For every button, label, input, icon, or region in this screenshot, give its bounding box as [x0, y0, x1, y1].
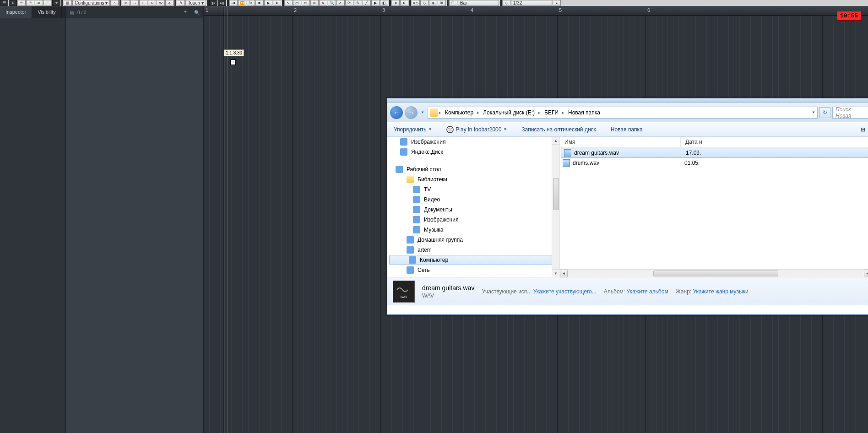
chevron-right-icon[interactable]: ▸ [562, 110, 564, 115]
undo-icon[interactable]: ↶ [17, 0, 26, 6]
tree-item[interactable]: Домашняя группа [387, 235, 559, 245]
color-tool-icon[interactable]: ◧ [380, 0, 388, 6]
tree-item[interactable]: artem [387, 245, 559, 255]
tree-item[interactable]: Музыка [387, 225, 559, 235]
record-icon[interactable]: ● [273, 0, 281, 6]
tree-item[interactable]: Изображения [387, 137, 559, 147]
tree-item[interactable]: Рабочий стол [387, 164, 559, 174]
tab-visibility[interactable]: Visibility [32, 6, 62, 18]
details-album-value[interactable]: Укажите альбом [627, 288, 668, 295]
nav-back-button[interactable]: ← [390, 106, 403, 119]
scroll-right-icon[interactable]: ► [864, 270, 868, 277]
tree-item[interactable]: Документы [387, 205, 559, 215]
erase-tool-icon[interactable]: ✕ [319, 0, 327, 6]
nudge2-icon[interactable]: ► [400, 0, 408, 6]
details-genre-value[interactable]: Укажите жанр музыки [693, 288, 749, 295]
glue-tool-icon[interactable]: ⊕ [310, 0, 319, 6]
chevron-right-icon[interactable]: ▸ [538, 110, 541, 115]
list-icon[interactable]: ▤ [64, 0, 72, 6]
quantize-apply-icon[interactable]: ▸ [553, 0, 561, 6]
file-list-hscrollbar[interactable]: ◄ ► [560, 269, 868, 277]
column-header-name[interactable]: Имя [560, 137, 681, 147]
snap-type-dropdown[interactable]: Bar [458, 0, 499, 6]
stop-icon[interactable]: ■ [255, 0, 264, 6]
marker-prev-icon[interactable]: ▮◂ [209, 0, 217, 6]
quantize-dropdown[interactable]: 1/32 [511, 0, 552, 6]
history-icon[interactable]: ≣ [43, 0, 52, 6]
automation-button[interactable]: A [165, 0, 174, 6]
scroll-thumb[interactable] [553, 178, 559, 210]
snap3-icon[interactable]: ◈ [429, 0, 437, 6]
pointer-tool-icon[interactable]: ↖ [284, 0, 293, 6]
breadcrumb-item[interactable]: Компьютер [442, 108, 476, 117]
split-tool-icon[interactable]: ✂ [302, 0, 310, 6]
folder-tree[interactable]: ИзображенияЯндекс.ДискРабочий столБиблио… [387, 137, 560, 277]
tab-inspector[interactable]: Inspector [0, 6, 32, 18]
range-tool-icon[interactable]: ▭ [293, 0, 301, 6]
timewarp-tool-icon[interactable]: ⟳ [345, 0, 353, 6]
breadcrumb-item[interactable]: Локальный диск (E:) [480, 108, 537, 117]
line-tool-icon[interactable]: ╱ [363, 0, 371, 6]
mute-tool-icon[interactable]: ✕ [336, 0, 345, 6]
copy-icon[interactable]: ⧉ [35, 0, 43, 6]
scroll-down-icon[interactable]: ▼ [552, 269, 559, 277]
refresh-button[interactable]: ↻ [819, 107, 830, 118]
add-track-button[interactable]: + [182, 9, 189, 16]
search-tracks-icon[interactable]: 🔍 [194, 10, 200, 15]
new-folder-button[interactable]: Новая папка [608, 125, 646, 134]
tree-item[interactable]: Яндекс.Диск [387, 147, 559, 157]
search-input[interactable]: Поиск: Новая [832, 107, 868, 119]
read-button[interactable]: R [148, 0, 156, 6]
tree-item[interactable]: Библиотеки [387, 174, 559, 184]
details-artists-value[interactable]: Укажите участвующего... [533, 288, 597, 295]
file-list[interactable]: Имя Дата и dream guitars.wav17.09.drums.… [560, 137, 868, 277]
rewind-icon[interactable]: ⏮ [229, 0, 238, 6]
file-row[interactable]: drums.wav01.05. [560, 158, 868, 168]
grid-icon[interactable]: ⊞ [449, 0, 457, 6]
chevron-right-icon[interactable]: ▸ [439, 110, 441, 115]
menu-icon[interactable]: ☰ [0, 0, 8, 6]
address-bar[interactable]: ▸ Компьютер ▸ Локальный диск (E:) ▸ БЕГИ… [428, 107, 818, 119]
solo-button[interactable]: S [130, 0, 139, 6]
listen-button[interactable]: L [139, 0, 147, 6]
mute-button[interactable]: M [122, 0, 130, 6]
playhead[interactable] [224, 6, 224, 433]
chevron-right-icon[interactable]: ▸ [477, 110, 479, 115]
zoom-tool-icon[interactable]: 🔍 [328, 0, 336, 6]
play-icon[interactable]: ▶ [264, 0, 272, 6]
cycle-icon[interactable]: ↻ [247, 0, 255, 6]
rewind2-icon[interactable]: ⏪ [238, 0, 246, 6]
tree-item[interactable]: Компьютер [389, 255, 558, 265]
record-arm-icon[interactable]: ● [9, 0, 17, 6]
home-icon[interactable]: ⌂ [110, 0, 119, 6]
automation-mode-dropdown[interactable]: Touch ▾ [185, 0, 206, 6]
burn-disc-button[interactable]: Записать на оптический диск [519, 125, 599, 134]
snap4-icon[interactable]: ⊞ [438, 0, 446, 6]
marker-next-icon[interactable]: ▸▮ [218, 0, 226, 6]
configurations-dropdown[interactable]: Configurations ▾ [72, 0, 110, 6]
column-header-date[interactable]: Дата и [681, 137, 707, 147]
organize-menu[interactable]: Упорядочить ▼ [391, 125, 434, 134]
view-options-button[interactable]: ⊞ [858, 125, 868, 134]
timeline-ruler[interactable]: 1 2 3 4 5 6 [204, 6, 868, 16]
star-icon[interactable]: ★ [52, 0, 60, 6]
tree-item[interactable]: Изображения [387, 215, 559, 225]
hscroll-thumb[interactable] [653, 271, 778, 276]
write-button[interactable]: W [157, 0, 165, 6]
explorer-window[interactable]: ← → ▼ ▸ Компьютер ▸ Локальный диск (E:) … [387, 98, 868, 315]
breadcrumb-item[interactable]: Новая папка [565, 108, 603, 117]
address-dropdown-icon[interactable]: ▼ [812, 110, 815, 114]
play-tool-icon[interactable]: ▶ [371, 0, 380, 6]
snap-toggle-icon[interactable]: ✕◇ [412, 0, 420, 6]
tree-item[interactable]: Сеть [387, 265, 559, 275]
redo-icon[interactable]: ↷ [26, 0, 34, 6]
breadcrumb-item[interactable]: БЕГИ [542, 108, 561, 117]
scroll-left-icon[interactable]: ◄ [560, 270, 568, 277]
tree-item[interactable]: Видео [387, 195, 559, 205]
file-row[interactable]: dream guitars.wav17.09. [561, 148, 868, 158]
automation-icon[interactable]: ✎ [177, 0, 185, 6]
play-foobar-button[interactable]: Play in foobar2000 ▼ [444, 124, 510, 135]
window-titlebar[interactable] [387, 98, 868, 103]
quantize-icon[interactable]: Q [502, 0, 510, 6]
snap2-icon[interactable]: ◇ [420, 0, 429, 6]
